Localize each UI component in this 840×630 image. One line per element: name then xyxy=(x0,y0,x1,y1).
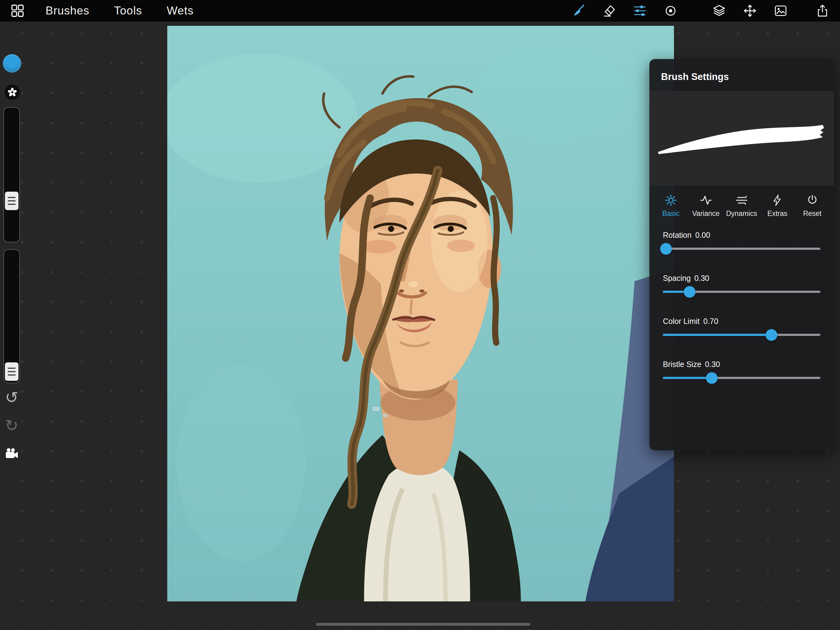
menu-tools[interactable]: Tools xyxy=(114,4,142,17)
bristle-size-slider[interactable] xyxy=(663,377,820,379)
slider-row-rotation: Rotation0.00 xyxy=(663,231,820,250)
slider-row-spacing: Spacing0.30 xyxy=(663,274,820,293)
brush-pattern-swatch[interactable] xyxy=(4,84,20,100)
power-icon xyxy=(806,194,819,207)
move-transform-icon[interactable] xyxy=(742,2,758,19)
waveform-icon xyxy=(699,194,712,207)
slider-fill xyxy=(663,377,712,379)
wind-lines-icon xyxy=(735,194,748,207)
apps-grid-icon[interactable] xyxy=(9,2,26,19)
menu-brushes[interactable]: Brushes xyxy=(46,4,90,17)
brush-stroke-preview xyxy=(649,91,834,186)
slider-value: 0.30 xyxy=(694,274,709,282)
menu-wets[interactable]: Wets xyxy=(167,4,194,17)
slider-label: Rotation xyxy=(663,231,692,239)
slider-knob[interactable] xyxy=(684,286,695,298)
tab-label: Variance xyxy=(692,209,720,218)
flower-icon xyxy=(7,87,18,98)
tab-label: Dynamics xyxy=(726,209,757,218)
settings-sliders-icon[interactable] xyxy=(632,2,648,19)
size-slider-handle[interactable] xyxy=(5,192,19,210)
slider-row-color-limit: Color Limit0.70 xyxy=(663,317,820,336)
slider-fill xyxy=(663,334,771,336)
tab-extras[interactable]: Extras xyxy=(763,194,792,218)
paint-brush-icon[interactable] xyxy=(570,2,587,19)
tab-basic[interactable]: Basic xyxy=(656,194,686,218)
slider-label: Bristle Size xyxy=(663,360,701,369)
rotation-slider[interactable] xyxy=(663,248,820,250)
brush-settings-panel: Brush Settings Basic Variance xyxy=(649,59,834,450)
slider-value: 0.30 xyxy=(705,360,720,369)
size-slider-vertical[interactable] xyxy=(3,107,20,242)
topbar: Brushes Tools Wets xyxy=(0,0,840,22)
slider-row-bristle-size: Bristle Size0.30 xyxy=(663,360,820,379)
eraser-icon[interactable] xyxy=(601,2,617,19)
opacity-slider-handle[interactable] xyxy=(5,362,19,381)
slider-group: Rotation0.00 Spacing0.30 Color Limit0.70 xyxy=(649,218,834,379)
tab-reset[interactable]: Reset xyxy=(797,194,827,218)
redo-icon[interactable]: ↻ xyxy=(2,418,21,434)
tab-dynamics[interactable]: Dynamics xyxy=(726,194,757,218)
record-icon[interactable] xyxy=(662,2,679,19)
horizontal-scrollbar[interactable] xyxy=(316,623,531,626)
video-camera-icon[interactable] xyxy=(4,446,19,461)
slider-label: Spacing xyxy=(663,274,691,282)
slider-label: Color Limit xyxy=(663,317,699,326)
tab-variance[interactable]: Variance xyxy=(691,194,721,218)
slider-knob[interactable] xyxy=(660,243,672,255)
undo-icon[interactable]: ↺ xyxy=(2,389,21,405)
layers-icon[interactable] xyxy=(711,2,728,19)
tab-label: Extras xyxy=(767,209,788,218)
menu-bar: Brushes Tools Wets xyxy=(46,4,194,17)
tab-label: Basic xyxy=(662,209,679,218)
slider-knob[interactable] xyxy=(766,329,777,341)
tab-label: Reset xyxy=(803,209,821,218)
color-swatch[interactable] xyxy=(3,54,21,73)
slider-value: 0.70 xyxy=(703,317,718,326)
lightning-icon xyxy=(771,194,784,207)
portrait-painting xyxy=(167,26,674,602)
image-import-icon[interactable] xyxy=(772,2,789,19)
panel-title: Brush Settings xyxy=(649,59,834,91)
opacity-slider-vertical[interactable] xyxy=(3,249,20,383)
color-limit-slider[interactable] xyxy=(663,334,820,336)
spacing-slider[interactable] xyxy=(663,291,820,293)
share-export-icon[interactable] xyxy=(814,2,831,19)
panel-tabs: Basic Variance Dynamics Extras Reset xyxy=(649,186,834,218)
canvas[interactable] xyxy=(167,26,674,602)
slider-value: 0.00 xyxy=(695,231,710,239)
slider-knob[interactable] xyxy=(706,372,718,384)
gear-icon xyxy=(665,194,677,207)
